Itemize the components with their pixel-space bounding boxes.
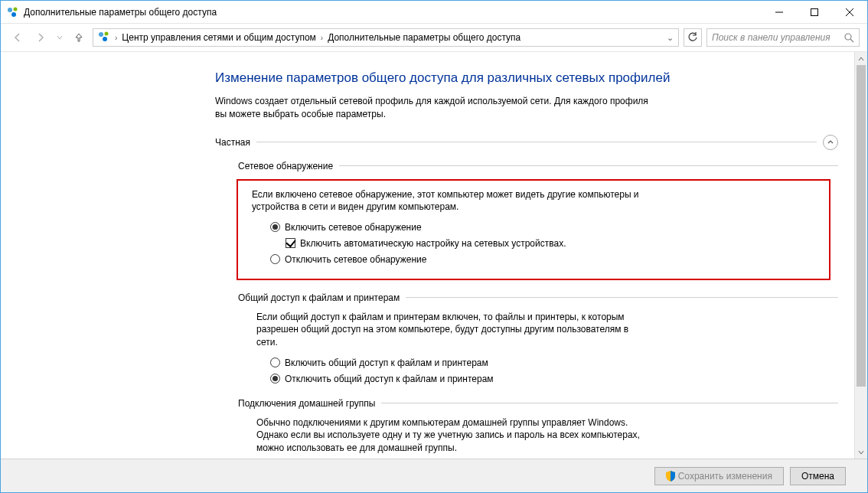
recent-dropdown[interactable]	[54, 28, 65, 47]
checkbox-icon	[286, 238, 295, 248]
page-heading: Изменение параметров общего доступа для …	[215, 70, 838, 86]
save-button[interactable]: Сохранить изменения	[654, 467, 784, 485]
radio-icon	[270, 254, 280, 264]
checkbox-auto-setup[interactable]: Включить автоматическую настройку на сет…	[286, 237, 820, 250]
profile-label: Частная	[215, 137, 250, 148]
radio-fileshare-on[interactable]: Включить общий доступ к файлам и принтер…	[270, 357, 838, 370]
profile-header[interactable]: Частная	[215, 135, 838, 150]
svg-point-9	[103, 37, 107, 41]
highlight-box: Если включено сетевое обнаружение, этот …	[237, 179, 830, 280]
scroll-thumb[interactable]	[857, 65, 866, 387]
chevron-down-icon[interactable]: ⌄	[667, 33, 674, 43]
network-sharing-icon	[7, 6, 19, 18]
collapse-icon[interactable]	[823, 135, 838, 150]
section-network-discovery: Сетевое обнаружение Если включено сетево…	[238, 161, 838, 280]
breadcrumb[interactable]: › Центр управления сетями и общим доступ…	[93, 28, 679, 47]
svg-point-10	[845, 34, 851, 40]
svg-point-2	[11, 12, 16, 17]
minimize-button[interactable]	[762, 1, 797, 24]
section-desc: Обычно подключениями к другим компьютера…	[256, 416, 647, 455]
svg-point-7	[99, 32, 103, 37]
radio-icon	[270, 374, 280, 384]
chevron-right-icon: ›	[115, 34, 117, 42]
chevron-right-icon: ›	[321, 34, 323, 42]
refresh-button[interactable]	[684, 28, 702, 47]
svg-line-11	[850, 39, 853, 42]
radio-discovery-on[interactable]: Включить сетевое обнаружение	[270, 221, 820, 234]
radio-icon	[270, 222, 280, 232]
search-input[interactable]: Поиск в панели управления	[706, 28, 860, 47]
section-desc: Если включено сетевое обнаружение, этот …	[252, 188, 642, 214]
content-area: Изменение параметров общего доступа для …	[1, 52, 853, 459]
cancel-button[interactable]: Отмена	[790, 467, 846, 485]
vertical-scrollbar[interactable]	[854, 52, 867, 459]
scroll-down-icon[interactable]	[855, 446, 867, 459]
section-desc: Если общий доступ к файлам и принтерам в…	[256, 311, 647, 349]
network-sharing-icon	[98, 31, 110, 45]
radio-icon	[270, 358, 280, 367]
section-homegroup: Подключения домашней группы Обычно подкл…	[238, 398, 838, 459]
svg-point-8	[105, 31, 109, 35]
page-subtitle: Windows создает отдельный сетевой профил…	[215, 95, 659, 121]
radio-fileshare-off[interactable]: Отключить общий доступ к файлам и принте…	[270, 373, 838, 386]
svg-rect-4	[811, 8, 818, 15]
search-icon	[844, 32, 854, 43]
shield-icon	[666, 471, 675, 482]
close-button[interactable]	[832, 1, 867, 24]
section-title: Общий доступ к файлам и принтерам	[238, 292, 400, 303]
forward-button[interactable]	[31, 28, 50, 47]
navbar: › Центр управления сетями и общим доступ…	[1, 24, 867, 51]
bottom-bar: Сохранить изменения Отмена	[1, 459, 867, 492]
breadcrumb-parent[interactable]: Центр управления сетями и общим доступом	[122, 32, 316, 43]
maximize-button[interactable]	[797, 1, 832, 24]
up-button[interactable]	[70, 28, 88, 47]
svg-point-0	[8, 8, 12, 12]
search-placeholder: Поиск в панели управления	[712, 32, 844, 43]
window-title: Дополнительные параметры общего доступа	[24, 7, 762, 18]
section-title: Сетевое обнаружение	[238, 161, 333, 171]
scroll-up-icon[interactable]	[855, 52, 867, 65]
section-file-sharing: Общий доступ к файлам и принтерам Если о…	[238, 292, 838, 386]
titlebar: Дополнительные параметры общего доступа	[1, 1, 867, 24]
section-title: Подключения домашней группы	[238, 398, 375, 409]
back-button[interactable]	[8, 28, 27, 47]
radio-discovery-off[interactable]: Отключить сетевое обнаружение	[270, 253, 820, 266]
svg-point-1	[14, 7, 18, 11]
breadcrumb-current[interactable]: Дополнительные параметры общего доступа	[328, 32, 520, 43]
